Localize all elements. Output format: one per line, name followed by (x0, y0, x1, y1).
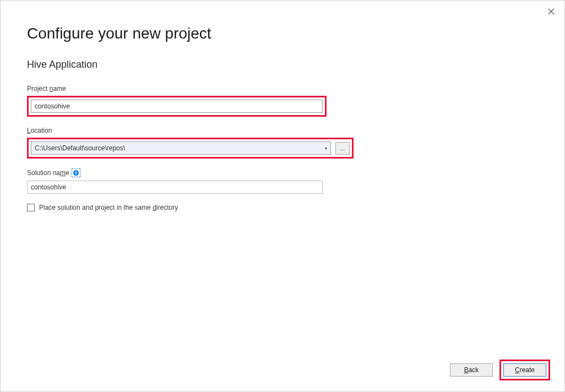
location-highlight: C:\Users\Default\source\repos\ ▾ ... (27, 138, 354, 159)
same-directory-row: Place solution and project in the same d… (27, 204, 538, 211)
location-group: Location C:\Users\Default\source\repos\ … (27, 127, 538, 159)
info-icon[interactable] (72, 168, 80, 177)
chevron-down-icon: ▾ (325, 146, 327, 151)
browse-button[interactable]: ... (335, 142, 350, 155)
create-button-highlight: Create (499, 360, 550, 380)
page-title: Configure your new project (27, 25, 538, 42)
project-name-group: Project name (27, 85, 538, 117)
location-label: Location (27, 127, 538, 134)
back-button[interactable]: Back (450, 363, 493, 377)
svg-rect-3 (75, 172, 76, 175)
create-button[interactable]: Create (503, 363, 546, 377)
dialog-content: Configure your new project Hive Applicat… (1, 1, 564, 211)
solution-name-label-row: Solution name (27, 168, 538, 177)
location-row: C:\Users\Default\source\repos\ ▾ ... (31, 141, 350, 155)
project-name-highlight (27, 96, 327, 117)
project-name-input[interactable] (31, 100, 323, 113)
solution-name-group: Solution name (27, 168, 538, 194)
project-type-subtitle: Hive Application (27, 59, 538, 70)
same-directory-checkbox[interactable] (27, 204, 35, 211)
project-name-label: Project name (27, 85, 538, 92)
location-value: C:\Users\Default\source\repos\ (35, 144, 125, 152)
close-icon[interactable] (546, 6, 557, 17)
location-combobox[interactable]: C:\Users\Default\source\repos\ ▾ (31, 141, 331, 155)
configure-project-dialog: Configure your new project Hive Applicat… (0, 0, 565, 392)
solution-name-input[interactable] (27, 181, 323, 194)
same-directory-label: Place solution and project in the same d… (39, 204, 178, 211)
svg-point-4 (75, 171, 77, 172)
solution-name-label: Solution name (27, 169, 69, 177)
dialog-footer: Back Create (450, 360, 550, 380)
